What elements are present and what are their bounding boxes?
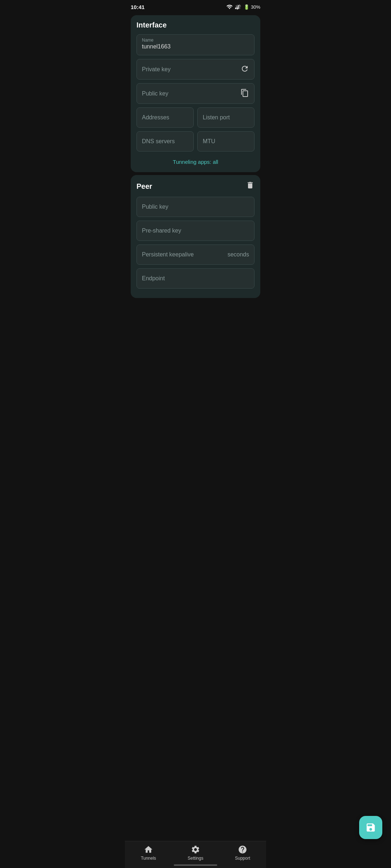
status-icons: 🔋 30% [226, 4, 260, 10]
private-key-placeholder: Private key [142, 66, 171, 73]
private-key-field[interactable]: Private key [136, 59, 255, 80]
name-label: Name [142, 38, 154, 43]
tunneling-apps-link[interactable]: Tunneling apps: all [136, 155, 255, 166]
name-field[interactable]: Name tunnel1663 [136, 34, 255, 55]
keepalive-unit: seconds [227, 251, 249, 258]
mtu-field[interactable]: MTU [197, 131, 255, 152]
addresses-placeholder: Addresses [142, 114, 169, 121]
refresh-icon[interactable] [240, 64, 249, 74]
keepalive-placeholder: Persistent keepalive [142, 251, 194, 258]
listen-port-field[interactable]: Listen port [197, 107, 255, 128]
interface-title: Interface [136, 21, 255, 29]
mtu-placeholder: MTU [203, 138, 215, 145]
preshared-key-field[interactable]: Pre-shared key [136, 221, 255, 241]
addresses-field[interactable]: Addresses [136, 107, 194, 128]
peer-card: Peer Public key Pre-shared key Persisten… [131, 175, 260, 298]
battery-text: 🔋 30% [244, 4, 260, 10]
dns-servers-placeholder: DNS servers [142, 138, 175, 145]
preshared-key-placeholder: Pre-shared key [142, 227, 181, 234]
dns-mtu-row: DNS servers MTU [136, 131, 255, 152]
peer-title: Peer [136, 182, 152, 191]
signal-icon [235, 4, 241, 10]
keepalive-field[interactable]: Persistent keepalive seconds [136, 244, 255, 265]
svg-rect-3 [239, 4, 240, 9]
peer-header: Peer [136, 181, 255, 192]
endpoint-placeholder: Endpoint [142, 275, 165, 282]
public-key-placeholder: Public key [142, 90, 168, 97]
interface-card: Interface Name tunnel1663 Private key Pu… [131, 15, 260, 172]
copy-icon[interactable] [240, 89, 249, 98]
addresses-listen-row: Addresses Listen port [136, 107, 255, 128]
svg-rect-2 [238, 5, 239, 9]
listen-port-placeholder: Listen port [203, 114, 230, 121]
delete-peer-icon[interactable] [246, 181, 255, 192]
svg-rect-0 [235, 8, 236, 9]
peer-public-key-placeholder: Public key [142, 204, 168, 210]
name-value: tunnel1663 [142, 43, 171, 50]
svg-rect-1 [237, 7, 237, 9]
dns-servers-field[interactable]: DNS servers [136, 131, 194, 152]
status-bar: 10:41 🔋 30% [125, 0, 266, 12]
public-key-field[interactable]: Public key [136, 83, 255, 104]
wifi-icon [226, 4, 233, 10]
peer-public-key-field[interactable]: Public key [136, 197, 255, 217]
endpoint-field[interactable]: Endpoint [136, 268, 255, 289]
time: 10:41 [131, 4, 144, 10]
